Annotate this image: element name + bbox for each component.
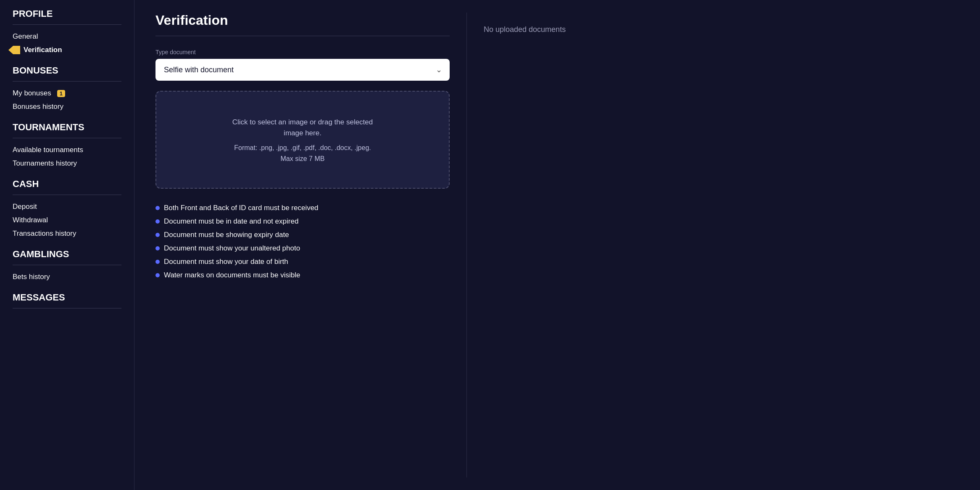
sidebar-item-transactions-history[interactable]: Transactions history <box>13 227 121 240</box>
cash-section-title: CASH <box>13 179 121 190</box>
tournaments-section-title: TOURNAMENTS <box>13 122 121 133</box>
sidebar-item-general[interactable]: General <box>13 30 121 43</box>
doc-type-select[interactable]: Selfie with document Passport ID Card Dr… <box>155 59 450 81</box>
active-indicator-icon <box>8 46 20 54</box>
requirement-text: Document must show your date of birth <box>164 258 288 266</box>
requirement-text: Document must be in date and not expired <box>164 217 298 226</box>
list-item: Document must be in date and not expired <box>155 215 450 228</box>
cash-section: CASH Deposit Withdrawal Transactions his… <box>13 179 121 240</box>
sidebar-item-label: General <box>13 32 38 41</box>
bonuses-section-title: BONUSES <box>13 65 121 76</box>
profile-section-title: PROFILE <box>13 8 121 19</box>
sidebar-item-label: Tournaments history <box>13 159 77 168</box>
upload-instruction-line1: Click to select an image or drag the sel… <box>173 117 432 138</box>
main-content: Verification Type document Selfie with d… <box>134 0 980 490</box>
gamblings-section-title: GAMBLINGS <box>13 249 121 260</box>
bullet-icon <box>155 260 160 264</box>
list-item: Water marks on documents must be visible <box>155 269 450 282</box>
sidebar-item-withdrawal[interactable]: Withdrawal <box>13 213 121 227</box>
sidebar: PROFILE General Verification BONUSES My … <box>0 0 134 490</box>
sidebar-item-deposit[interactable]: Deposit <box>13 200 121 213</box>
bullet-icon <box>155 273 160 277</box>
sidebar-item-available-tournaments[interactable]: Available tournaments <box>13 143 121 157</box>
doc-type-label: Type document <box>155 49 450 55</box>
right-panel: No uploaded documents <box>466 13 584 477</box>
sidebar-item-bonuses-history[interactable]: Bonuses history <box>13 100 121 113</box>
content-area: Verification Type document Selfie with d… <box>155 13 450 477</box>
tournaments-section: TOURNAMENTS Available tournaments Tourna… <box>13 122 121 170</box>
bullet-icon <box>155 219 160 224</box>
upload-format-text: Format: .png, .jpg, .gif, .pdf, .doc, .d… <box>173 144 432 152</box>
sidebar-item-verification[interactable]: Verification <box>13 43 121 57</box>
bullet-icon <box>155 206 160 210</box>
requirement-text: Document must be showing expiry date <box>164 231 289 239</box>
list-item: Document must show your date of birth <box>155 255 450 269</box>
requirement-text: Document must show your unaltered photo <box>164 244 300 253</box>
sidebar-item-label: Bets history <box>13 273 50 281</box>
bullet-icon <box>155 246 160 250</box>
sidebar-item-label: Deposit <box>13 203 37 211</box>
messages-section-title: MESSAGES <box>13 292 121 303</box>
list-item: Document must be showing expiry date <box>155 228 450 242</box>
messages-section: MESSAGES <box>13 292 121 308</box>
upload-size-text: Max size 7 MB <box>173 155 432 163</box>
sidebar-item-label: Withdrawal <box>13 216 48 224</box>
no-uploaded-docs-text: No uploaded documents <box>484 25 584 34</box>
requirements-list: Both Front and Back of ID card must be r… <box>155 201 450 282</box>
upload-dropzone[interactable]: Click to select an image or drag the sel… <box>155 91 450 189</box>
sidebar-item-label: Verification <box>24 46 62 54</box>
page-title: Verification <box>155 13 450 28</box>
gamblings-section: GAMBLINGS Bets history <box>13 249 121 284</box>
sidebar-item-label: Available tournaments <box>13 146 83 154</box>
list-item: Both Front and Back of ID card must be r… <box>155 201 450 215</box>
sidebar-item-tournaments-history[interactable]: Tournaments history <box>13 157 121 170</box>
sidebar-item-bets-history[interactable]: Bets history <box>13 270 121 284</box>
doc-type-select-wrapper: Selfie with document Passport ID Card Dr… <box>155 59 450 81</box>
sidebar-item-label: Transactions history <box>13 229 76 238</box>
sidebar-item-label: My bonuses <box>13 89 51 97</box>
list-item: Document must show your unaltered photo <box>155 242 450 255</box>
sidebar-item-label: Bonuses history <box>13 103 63 111</box>
requirement-text: Water marks on documents must be visible <box>164 271 300 279</box>
requirement-text: Both Front and Back of ID card must be r… <box>164 204 319 212</box>
sidebar-item-my-bonuses[interactable]: My bonuses 1 <box>13 87 121 100</box>
bonuses-badge: 1 <box>57 90 65 97</box>
bonuses-section: BONUSES My bonuses 1 Bonuses history <box>13 65 121 113</box>
profile-section: PROFILE General Verification <box>13 8 121 57</box>
bullet-icon <box>155 233 160 237</box>
